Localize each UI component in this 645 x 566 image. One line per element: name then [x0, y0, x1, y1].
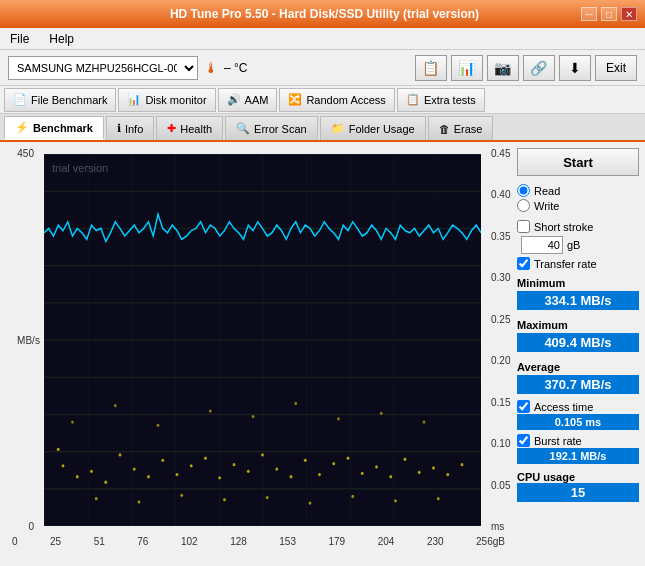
- chart-watermark: trial version: [52, 162, 108, 174]
- thermometer-icon: 🌡: [204, 60, 218, 76]
- toolbar-disk-monitor[interactable]: 📊 Disk monitor: [118, 88, 215, 112]
- svg-point-14: [57, 448, 60, 451]
- y-right-045: 0.45: [491, 148, 510, 159]
- toolbar-random-access[interactable]: 🔀 Random Access: [279, 88, 394, 112]
- toolbar-file-benchmark[interactable]: 📄 File Benchmark: [4, 88, 116, 112]
- access-time-label[interactable]: Access time: [517, 400, 639, 413]
- tab-info[interactable]: ℹ Info: [106, 116, 154, 140]
- svg-point-24: [218, 476, 221, 479]
- transfer-rate-checkbox[interactable]: [517, 257, 530, 270]
- tab-folder-usage[interactable]: 📁 Folder Usage: [320, 116, 426, 140]
- short-stroke-label[interactable]: Short stroke: [517, 220, 639, 233]
- dev-btn-4[interactable]: 🔗: [523, 55, 555, 81]
- erase-label: Erase: [454, 123, 483, 135]
- svg-point-21: [176, 473, 179, 476]
- tab-erase[interactable]: 🗑 Erase: [428, 116, 494, 140]
- access-time-checkbox[interactable]: [517, 400, 530, 413]
- radio-read-label[interactable]: Read: [517, 184, 639, 197]
- random-access-label: Random Access: [306, 94, 385, 106]
- svg-point-46: [252, 415, 255, 418]
- window-controls[interactable]: ─ □ ✕: [581, 7, 637, 21]
- svg-point-33: [347, 457, 350, 460]
- title-bar: HD Tune Pro 5.50 - Hard Disk/SSD Utility…: [0, 0, 645, 28]
- svg-point-45: [209, 409, 212, 412]
- minimum-section: Minimum 334.1 MB/s: [517, 274, 639, 312]
- chart-svg: [44, 154, 481, 526]
- access-value: 0.105 ms: [517, 414, 639, 430]
- x-label-230: 230: [427, 536, 444, 547]
- radio-write[interactable]: [517, 199, 530, 212]
- access-time-section: Access time 0.105 ms: [517, 400, 639, 430]
- radio-write-label[interactable]: Write: [517, 199, 639, 212]
- folder-usage-label: Folder Usage: [349, 123, 415, 135]
- radio-group: Read Write: [517, 184, 639, 212]
- x-label-256gb: 256gB: [476, 536, 505, 547]
- menu-help[interactable]: Help: [45, 30, 78, 48]
- stroke-row: gB: [521, 236, 639, 254]
- burst-rate-label[interactable]: Burst rate: [517, 434, 639, 447]
- svg-point-41: [461, 463, 464, 466]
- exit-button[interactable]: Exit: [595, 55, 637, 81]
- y-axis-top: 450: [17, 148, 34, 159]
- burst-rate-checkbox[interactable]: [517, 434, 530, 447]
- svg-point-53: [180, 494, 183, 497]
- device-select[interactable]: SAMSUNG MZHPU256HCGL-00004 (256): [8, 56, 198, 80]
- error-scan-label: Error Scan: [254, 123, 307, 135]
- x-label-51: 51: [94, 536, 105, 547]
- svg-point-19: [147, 475, 150, 478]
- extra-tests-icon: 📋: [406, 93, 420, 106]
- dev-btn-1[interactable]: 📋: [415, 55, 447, 81]
- toolbar: 📄 File Benchmark 📊 Disk monitor 🔊 AAM 🔀 …: [0, 86, 645, 114]
- cpu-label: CPU usage: [517, 471, 639, 483]
- x-label-76: 76: [137, 536, 148, 547]
- folder-usage-icon: 📁: [331, 122, 345, 135]
- burst-rate-section: Burst rate 192.1 MB/s: [517, 434, 639, 464]
- svg-point-36: [389, 475, 392, 478]
- svg-point-52: [138, 500, 141, 503]
- benchmark-tab-label: Benchmark: [33, 122, 93, 134]
- window-title: HD Tune Pro 5.50 - Hard Disk/SSD Utility…: [68, 7, 581, 21]
- svg-point-56: [309, 501, 312, 504]
- short-stroke-checkbox[interactable]: [517, 220, 530, 233]
- svg-point-26: [247, 470, 250, 473]
- svg-point-16: [104, 481, 107, 484]
- close-button[interactable]: ✕: [621, 7, 637, 21]
- svg-point-37: [404, 458, 407, 461]
- start-button[interactable]: Start: [517, 148, 639, 176]
- minimize-button[interactable]: ─: [581, 7, 597, 21]
- radio-read-text: Read: [534, 185, 560, 197]
- maximum-section: Maximum 409.4 MB/s: [517, 316, 639, 354]
- y-right-015: 0.15: [491, 397, 510, 408]
- toolbar-aam[interactable]: 🔊 AAM: [218, 88, 278, 112]
- svg-point-32: [332, 462, 335, 465]
- toolbar-extra-tests[interactable]: 📋 Extra tests: [397, 88, 485, 112]
- menu-file[interactable]: File: [6, 30, 33, 48]
- svg-point-15: [90, 470, 93, 473]
- svg-point-58: [394, 499, 397, 502]
- x-label-0: 0: [12, 536, 18, 547]
- transfer-rate-text: Transfer rate: [534, 258, 597, 270]
- avg-label: Average: [517, 361, 639, 373]
- y-right-ms: ms: [491, 521, 504, 532]
- device-bar: SAMSUNG MZHPU256HCGL-00004 (256) 🌡 – °C …: [0, 50, 645, 86]
- right-panel: Start Read Write Short stroke gB T: [515, 142, 645, 532]
- y-right-025: 0.25: [491, 314, 510, 325]
- tab-error-scan[interactable]: 🔍 Error Scan: [225, 116, 318, 140]
- transfer-rate-label[interactable]: Transfer rate: [517, 257, 639, 270]
- tab-benchmark[interactable]: ⚡ Benchmark: [4, 116, 104, 140]
- min-label: Minimum: [517, 277, 639, 289]
- short-stroke-text: Short stroke: [534, 221, 593, 233]
- svg-point-51: [95, 497, 98, 500]
- svg-point-28: [275, 467, 278, 470]
- maximize-button[interactable]: □: [601, 7, 617, 21]
- dev-btn-3[interactable]: 📷: [487, 55, 519, 81]
- access-time-text: Access time: [534, 401, 593, 413]
- tab-health[interactable]: ✚ Health: [156, 116, 223, 140]
- dev-btn-2[interactable]: 📊: [451, 55, 483, 81]
- dev-btn-5[interactable]: ⬇: [559, 55, 591, 81]
- stroke-value-input[interactable]: [521, 236, 563, 254]
- radio-read[interactable]: [517, 184, 530, 197]
- stroke-unit: gB: [567, 239, 580, 251]
- temp-display: – °C: [224, 61, 247, 75]
- svg-point-31: [318, 473, 321, 476]
